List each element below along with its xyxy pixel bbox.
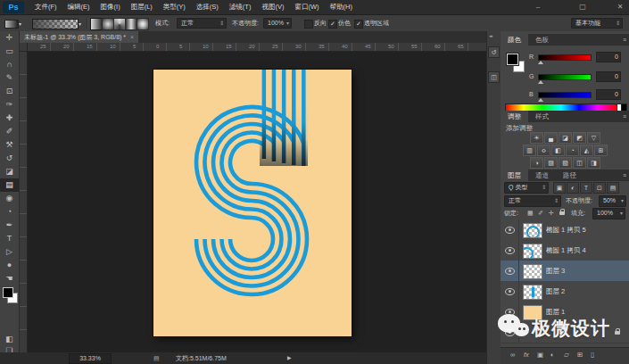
layer-filter-icon[interactable]: T: [580, 182, 592, 194]
channel-g-value[interactable]: 0: [596, 71, 621, 82]
layer-filter-icon[interactable]: ⊡: [593, 182, 606, 194]
gradient-picker-arrow-icon[interactable]: ▾: [79, 16, 81, 32]
channel-b-thumb[interactable]: [538, 98, 543, 102]
adjustment-icon[interactable]: ◩: [573, 132, 586, 144]
layer-name[interactable]: 椭圆 1 拷贝 4: [546, 240, 586, 261]
tab-color[interactable]: 颜色: [501, 34, 528, 46]
layers-opacity-dropdown[interactable]: 50%▾: [599, 195, 626, 207]
eraser-tool[interactable]: ◪: [0, 165, 19, 178]
crop-tool[interactable]: ⊡: [0, 85, 19, 98]
layer-name[interactable]: 图层 2: [546, 281, 565, 302]
channel-r-value[interactable]: 0: [596, 52, 621, 62]
layer-name[interactable]: 椭圆 1 拷贝 5: [546, 219, 586, 240]
status-flyout-arrow-icon[interactable]: ▶: [287, 352, 292, 364]
preset-dropdown-icon[interactable]: ▾: [19, 16, 21, 32]
tab-layers[interactable]: 图层: [501, 170, 528, 181]
menu-item-3[interactable]: 图像(I): [95, 0, 126, 14]
channel-b-value[interactable]: 0: [596, 89, 621, 100]
adjustment-icon[interactable]: ◔: [566, 145, 579, 156]
foreground-swatch[interactable]: [507, 54, 518, 65]
layer-name[interactable]: 图层 3: [546, 261, 565, 281]
lock-option-icon[interactable]: ✛: [549, 208, 554, 218]
layer-row[interactable]: 椭圆 1 拷贝 4: [501, 240, 629, 261]
tab-adjustments[interactable]: 调整: [501, 111, 528, 122]
pen-tool[interactable]: ✒: [0, 219, 19, 232]
reverse-checkbox[interactable]: [304, 20, 313, 29]
lock-option-icon[interactable]: ✐: [538, 208, 543, 218]
channel-g-thumb[interactable]: [538, 80, 543, 84]
expand-panels-icon[interactable]: ◂◂: [489, 33, 492, 38]
lock-all-icon[interactable]: [559, 211, 565, 215]
layer-thumbnail[interactable]: [523, 223, 542, 238]
reflected-gradient-button[interactable]: [125, 18, 137, 30]
layer-row[interactable]: 椭圆 1 拷贝 5: [501, 219, 629, 241]
layer-thumbnail[interactable]: [523, 264, 542, 279]
tab-channels[interactable]: 通道: [528, 170, 556, 181]
tab-swatches[interactable]: 色板: [528, 34, 556, 46]
foreground-color-swatch[interactable]: [3, 287, 13, 298]
layers-footer-icon-▯[interactable]: ▯: [591, 351, 594, 360]
tab-styles[interactable]: 样式: [528, 111, 556, 122]
move-tool[interactable]: ✛: [0, 31, 19, 45]
menu-item-5[interactable]: 类型(Y): [158, 0, 191, 14]
fill-dropdown[interactable]: 100%▾: [592, 208, 625, 219]
layer-thumbnail[interactable]: [523, 244, 542, 259]
tab-close-icon[interactable]: ×: [130, 34, 134, 40]
blur-tool[interactable]: ◉: [0, 192, 19, 205]
menu-item-4[interactable]: 图层(L): [126, 0, 158, 14]
path-selection-tool[interactable]: ▷: [0, 245, 19, 259]
adjustment-icon[interactable]: ◪: [559, 132, 572, 144]
diamond-gradient-button[interactable]: [137, 18, 149, 30]
menu-item-2[interactable]: 编辑(E): [62, 0, 95, 14]
transparency-checkbox[interactable]: ✓: [354, 20, 363, 29]
channel-b-slider[interactable]: [538, 92, 592, 98]
channel-g-slider[interactable]: [538, 74, 592, 80]
canvas[interactable]: [153, 70, 352, 336]
opacity-dropdown[interactable]: 100%▾: [263, 18, 292, 29]
quick-selection-tool[interactable]: ✎: [0, 71, 19, 85]
close-button[interactable]: ✕: [613, 0, 627, 13]
visibility-eye-icon[interactable]: [505, 268, 515, 275]
layer-row-selected[interactable]: 图层 3: [501, 261, 629, 282]
layers-footer-icon-∞[interactable]: ∞: [510, 351, 515, 360]
dither-checkbox[interactable]: ✓: [328, 20, 337, 29]
layer-filter-icon[interactable]: ◐: [567, 182, 579, 194]
channel-r-slider[interactable]: [538, 54, 592, 61]
rectangular-marquee-tool[interactable]: ▭: [0, 45, 19, 58]
adjustment-icon[interactable]: ☀: [530, 132, 543, 144]
layer-filter-icon[interactable]: ▣: [553, 182, 566, 194]
history-panel-icon[interactable]: ↺: [488, 46, 500, 58]
layers-footer-icon-▣[interactable]: ▣: [537, 351, 543, 360]
menu-item-6[interactable]: 选择(S): [191, 0, 224, 14]
brush-tool[interactable]: ✐: [0, 125, 19, 138]
panel-menu-icon[interactable]: ≡: [623, 111, 626, 122]
quick-mask-button[interactable]: ◧: [0, 335, 19, 343]
layers-footer-icon-⊞[interactable]: ⊞: [577, 351, 583, 360]
adjustment-icon[interactable]: ▽: [587, 132, 600, 144]
minimize-button[interactable]: –: [531, 0, 545, 13]
spot-healing-brush-tool[interactable]: ✚: [0, 112, 19, 125]
adjustment-icon[interactable]: ▧: [559, 157, 572, 169]
lasso-tool[interactable]: ∩: [0, 58, 19, 71]
dodge-tool[interactable]: ◔: [0, 205, 19, 219]
layer-thumbnail[interactable]: [523, 285, 542, 300]
visibility-eye-icon[interactable]: [505, 247, 515, 254]
type-tool[interactable]: T: [0, 232, 19, 245]
adjustment-icon[interactable]: ◫: [573, 157, 586, 169]
ellipse-shape-tool[interactable]: ●: [0, 259, 19, 272]
layers-footer-icon-◐[interactable]: ◐: [550, 351, 555, 360]
tab-paths[interactable]: 路径: [556, 170, 583, 181]
gradient-tool-preset-icon[interactable]: [4, 20, 19, 29]
adjustment-icon[interactable]: ▥: [523, 145, 536, 156]
menu-item-8[interactable]: 视图(V): [256, 0, 289, 14]
maximize-button[interactable]: ▢: [575, 0, 590, 13]
workspace-dropdown[interactable]: 基本功能⇕: [571, 18, 623, 29]
zoom-level-field[interactable]: 33.33%: [69, 353, 112, 364]
adjustment-icon[interactable]: ⊞: [594, 145, 608, 156]
document-tab[interactable]: 未标题-1 @ 33.3% (图层 3, RGB/8) *×: [20, 31, 138, 43]
properties-panel-icon[interactable]: ◫: [488, 71, 500, 83]
adjustment-icon[interactable]: ◑: [530, 157, 543, 169]
visibility-eye-icon[interactable]: [505, 227, 515, 234]
angle-gradient-button[interactable]: [113, 18, 126, 30]
menu-item-7[interactable]: 滤镜(T): [224, 0, 257, 14]
